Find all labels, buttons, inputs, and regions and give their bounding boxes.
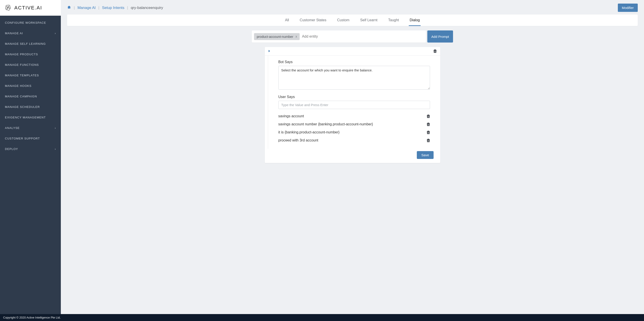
sidebar-item-configure-workspace[interactable]: CONFIGURE WORKSPACE <box>0 18 61 28</box>
utterance-text: it is {banking.product-account-number} <box>278 130 340 134</box>
utterance-row: proceed with 3rd account <box>278 136 430 144</box>
logo-bar: ACTIVE.AI <box>0 0 61 16</box>
sidebar-item-customer-support[interactable]: CUSTOMER SUPPORT <box>0 133 61 144</box>
sidebar-item-label: MANAGE CAMPAIGN <box>5 95 37 98</box>
delete-utterance-icon[interactable] <box>427 139 430 142</box>
tab-self-learnt[interactable]: Self Learnt <box>359 18 378 26</box>
svg-line-8 <box>7 8 8 9</box>
svg-line-7 <box>8 8 10 8</box>
crumb-sep: | <box>127 6 128 10</box>
chevron-right-icon: › <box>55 32 56 35</box>
crumb-sep: | <box>98 6 99 10</box>
tab-all[interactable]: All <box>284 18 290 26</box>
utterance-text: savings account <box>278 114 304 118</box>
sidebar-item-label: EXIGENCY MANAGEMENT <box>5 116 46 119</box>
sidebar-item-label: MANAGE PRODUCTS <box>5 53 38 56</box>
tabs: AllCustomer StatesCustomSelf LearntTaugh… <box>67 15 638 26</box>
home-icon[interactable] <box>67 5 71 10</box>
tab-dialog[interactable]: Dialog <box>409 18 420 26</box>
svg-line-5 <box>7 7 8 8</box>
delete-utterance-icon[interactable] <box>427 114 430 118</box>
sidebar: ACTIVE.AI CONFIGURE WORKSPACEMANAGE AI›M… <box>0 0 61 314</box>
delete-dialog-icon[interactable] <box>433 49 437 53</box>
entity-row: product-account-number x Add Prompt <box>252 31 453 43</box>
sidebar-item-label: MANAGE FUNCTIONS <box>5 63 39 67</box>
sidebar-item-label: MANAGE SCHEDULER <box>5 105 40 109</box>
sidebar-item-manage-templates[interactable]: MANAGE TEMPLATES <box>0 70 61 81</box>
utterance-row: savings account <box>278 112 430 120</box>
sidebar-item-label: MANAGE HOOKS <box>5 84 32 88</box>
sidebar-nav: CONFIGURE WORKSPACEMANAGE AI›MANAGE SELF… <box>0 16 61 314</box>
dialog-card-header <box>265 47 440 56</box>
add-prompt-button[interactable]: Add Prompt <box>427 31 453 43</box>
sidebar-item-label: DEPLOY <box>5 147 18 151</box>
crumb-setup-intents[interactable]: Setup Intents <box>102 6 124 10</box>
brain-logo-icon <box>4 4 12 12</box>
svg-line-6 <box>8 6 8 8</box>
footer-text: Copyright © 2020 Active Intelligence Pte… <box>3 316 60 319</box>
crumb-sep: | <box>74 6 75 10</box>
chip-remove-icon[interactable]: x <box>296 35 297 38</box>
add-entity-input[interactable] <box>302 35 424 39</box>
utterance-text: savings account number {banking.product-… <box>278 122 373 126</box>
sidebar-item-label: MANAGE SELF LEARNING <box>5 42 46 46</box>
bot-says-textarea[interactable] <box>278 66 430 90</box>
utterance-list: savings accountsavings account number {b… <box>278 112 430 144</box>
sidebar-item-manage-functions[interactable]: MANAGE FUNCTIONS <box>0 60 61 70</box>
delete-utterance-icon[interactable] <box>427 131 430 134</box>
logo-text: ACTIVE.AI <box>14 5 42 11</box>
topbar: | Manage AI | Setup Intents | qry-balanc… <box>61 0 644 15</box>
utterance-row: savings account number {banking.product-… <box>278 120 430 128</box>
main-area: | Manage AI | Setup Intents | qry-balanc… <box>61 0 644 314</box>
entity-input-wrap[interactable]: product-account-number x <box>252 31 426 43</box>
tab-custom[interactable]: Custom <box>336 18 350 26</box>
sidebar-item-manage-products[interactable]: MANAGE PRODUCTS <box>0 49 61 60</box>
content-area: product-account-number x Add Prompt <box>61 26 644 314</box>
utterance-row: it is {banking.product-account-number} <box>278 128 430 136</box>
crumb-manage-ai[interactable]: Manage AI <box>77 6 96 10</box>
sidebar-item-manage-scheduler[interactable]: MANAGE SCHEDULER <box>0 102 61 112</box>
bot-says-label: Bot Says <box>278 60 430 64</box>
sidebar-item-analyse[interactable]: ANALYSE› <box>0 123 61 133</box>
expand-caret-icon[interactable] <box>268 50 270 53</box>
save-button[interactable]: Save <box>417 151 433 159</box>
user-says-input[interactable] <box>278 101 430 109</box>
sidebar-item-manage-ai[interactable]: MANAGE AI› <box>0 28 61 39</box>
sidebar-item-exigency-management[interactable]: EXIGENCY MANAGEMENT <box>0 112 61 123</box>
utterance-text: proceed with 3rd account <box>278 138 318 142</box>
sidebar-item-manage-self-learning[interactable]: MANAGE SELF LEARNING <box>0 39 61 49</box>
entity-chip: product-account-number x <box>254 33 300 40</box>
dialog-card-body: Bot Says User Says savings accountsaving… <box>268 56 440 149</box>
breadcrumb: | Manage AI | Setup Intents | qry-balanc… <box>67 5 163 10</box>
sidebar-item-label: MANAGE TEMPLATES <box>5 74 39 77</box>
delete-utterance-icon[interactable] <box>427 122 430 126</box>
tab-customer-states[interactable]: Customer States <box>299 18 327 26</box>
sidebar-item-manage-campaign[interactable]: MANAGE CAMPAIGN <box>0 91 61 102</box>
chevron-right-icon: › <box>55 148 56 151</box>
sidebar-item-manage-hooks[interactable]: MANAGE HOOKS <box>0 81 61 91</box>
chevron-right-icon: › <box>55 127 56 130</box>
entity-chip-label: product-account-number <box>257 35 293 39</box>
save-row: Save <box>265 149 440 163</box>
sidebar-item-label: CUSTOMER SUPPORT <box>5 137 40 140</box>
sidebar-item-deploy[interactable]: DEPLOY› <box>0 144 61 154</box>
sidebar-item-label: ANALYSE <box>5 126 20 130</box>
user-says-label: User Says <box>278 95 430 99</box>
sidebar-item-label: MANAGE AI <box>5 32 23 35</box>
sidebar-item-label: CONFIGURE WORKSPACE <box>5 21 46 25</box>
tab-taught[interactable]: Taught <box>387 18 400 26</box>
footer: Copyright © 2020 Active Intelligence Pte… <box>0 314 644 321</box>
modifier-button[interactable]: Modifier <box>618 4 638 12</box>
crumb-current: qry-balanceenquiry <box>131 6 163 10</box>
dialog-card: Bot Says User Says savings accountsaving… <box>265 47 440 163</box>
tabs-card: AllCustomer StatesCustomSelf LearntTaugh… <box>67 15 638 26</box>
